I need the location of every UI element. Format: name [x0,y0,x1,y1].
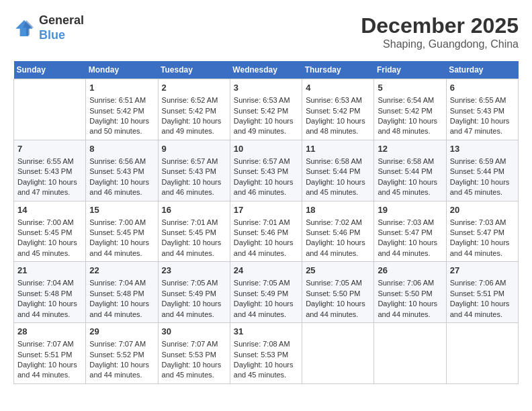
day-number: 24 [234,265,298,277]
header-day: Sunday [14,61,86,79]
calendar-week-row: 28Sunrise: 7:07 AMSunset: 5:51 PMDayligh… [14,323,519,384]
calendar-cell [14,79,86,140]
day-number: 29 [89,326,154,338]
calendar-cell: 23Sunrise: 7:05 AMSunset: 5:49 PMDayligh… [158,262,230,323]
calendar-cell: 18Sunrise: 7:02 AMSunset: 5:46 PMDayligh… [302,201,374,262]
header-day: Wednesday [230,61,302,79]
calendar-week-row: 1Sunrise: 6:51 AMSunset: 5:42 PMDaylight… [14,79,519,140]
day-number: 12 [378,143,442,155]
calendar-cell: 20Sunrise: 7:03 AMSunset: 5:47 PMDayligh… [446,201,518,262]
calendar-cell: 4Sunrise: 6:53 AMSunset: 5:42 PMDaylight… [302,79,374,140]
day-number: 13 [450,143,515,155]
calendar-table: SundayMondayTuesdayWednesdayThursdayFrid… [13,61,519,384]
calendar-body: 1Sunrise: 6:51 AMSunset: 5:42 PMDaylight… [14,79,519,384]
calendar-cell: 27Sunrise: 7:06 AMSunset: 5:51 PMDayligh… [446,262,518,323]
calendar-cell: 13Sunrise: 6:59 AMSunset: 5:44 PMDayligh… [446,140,518,201]
calendar-cell: 5Sunrise: 6:54 AMSunset: 5:42 PMDaylight… [374,79,446,140]
calendar-cell: 16Sunrise: 7:01 AMSunset: 5:45 PMDayligh… [158,201,230,262]
calendar-cell: 17Sunrise: 7:01 AMSunset: 5:46 PMDayligh… [230,201,302,262]
day-number: 5 [378,82,442,94]
day-number: 28 [17,326,82,338]
calendar-cell: 14Sunrise: 7:00 AMSunset: 5:45 PMDayligh… [14,201,86,262]
calendar-week-row: 7Sunrise: 6:55 AMSunset: 5:43 PMDaylight… [14,140,519,201]
logo-icon [13,19,35,38]
calendar-cell: 7Sunrise: 6:55 AMSunset: 5:43 PMDaylight… [14,140,86,201]
calendar-header: SundayMondayTuesdayWednesdayThursdayFrid… [14,61,519,79]
day-number: 17 [234,204,298,216]
calendar-cell: 28Sunrise: 7:07 AMSunset: 5:51 PMDayligh… [14,323,86,384]
day-number: 31 [234,326,298,338]
logo-text: General Blue [39,13,84,42]
day-number: 7 [17,143,82,155]
calendar-cell: 3Sunrise: 6:53 AMSunset: 5:42 PMDaylight… [230,79,302,140]
day-number: 10 [234,143,298,155]
calendar-cell: 19Sunrise: 7:03 AMSunset: 5:47 PMDayligh… [374,201,446,262]
calendar-cell [374,323,446,384]
day-number: 1 [89,82,154,94]
header-day: Friday [374,61,446,79]
calendar-cell: 31Sunrise: 7:08 AMSunset: 5:53 PMDayligh… [230,323,302,384]
day-number: 2 [162,82,226,94]
header-day: Thursday [302,61,374,79]
day-number: 21 [17,265,82,277]
header-day: Saturday [446,61,518,79]
day-number: 8 [89,143,154,155]
day-number: 14 [17,204,82,216]
header-day: Tuesday [158,61,230,79]
day-number: 23 [162,265,226,277]
calendar-cell: 26Sunrise: 7:06 AMSunset: 5:50 PMDayligh… [374,262,446,323]
calendar-cell: 9Sunrise: 6:57 AMSunset: 5:43 PMDaylight… [158,140,230,201]
calendar-cell: 1Sunrise: 6:51 AMSunset: 5:42 PMDaylight… [86,79,158,140]
day-number: 11 [306,143,370,155]
calendar-cell: 24Sunrise: 7:05 AMSunset: 5:49 PMDayligh… [230,262,302,323]
calendar-cell: 22Sunrise: 7:04 AMSunset: 5:48 PMDayligh… [86,262,158,323]
calendar-cell: 25Sunrise: 7:05 AMSunset: 5:50 PMDayligh… [302,262,374,323]
calendar-cell [446,323,518,384]
svg-marker-0 [15,20,33,36]
calendar-cell [302,323,374,384]
day-number: 19 [378,204,442,216]
calendar-cell: 8Sunrise: 6:56 AMSunset: 5:43 PMDaylight… [86,140,158,201]
day-number: 20 [450,204,515,216]
calendar-cell: 6Sunrise: 6:55 AMSunset: 5:43 PMDaylight… [446,79,518,140]
calendar-cell: 11Sunrise: 6:58 AMSunset: 5:44 PMDayligh… [302,140,374,201]
calendar-cell: 29Sunrise: 7:07 AMSunset: 5:52 PMDayligh… [86,323,158,384]
day-number: 30 [162,326,226,338]
day-number: 25 [306,265,370,277]
title-block: December 2025 Shaping, Guangdong, China [361,13,519,50]
day-number: 22 [89,265,154,277]
header-day: Monday [86,61,158,79]
day-number: 9 [162,143,226,155]
day-number: 15 [89,204,154,216]
calendar-cell: 21Sunrise: 7:04 AMSunset: 5:48 PMDayligh… [14,262,86,323]
day-number: 6 [450,82,515,94]
day-number: 16 [162,204,226,216]
calendar-cell: 15Sunrise: 7:00 AMSunset: 5:45 PMDayligh… [86,201,158,262]
calendar-week-row: 14Sunrise: 7:00 AMSunset: 5:45 PMDayligh… [14,201,519,262]
calendar-cell: 2Sunrise: 6:52 AMSunset: 5:42 PMDaylight… [158,79,230,140]
logo: General Blue [13,13,84,42]
day-number: 27 [450,265,515,277]
calendar-week-row: 21Sunrise: 7:04 AMSunset: 5:48 PMDayligh… [14,262,519,323]
calendar-cell: 10Sunrise: 6:57 AMSunset: 5:43 PMDayligh… [230,140,302,201]
calendar-cell: 30Sunrise: 7:07 AMSunset: 5:53 PMDayligh… [158,323,230,384]
day-number: 26 [378,265,442,277]
day-number: 4 [306,82,370,94]
header-row: SundayMondayTuesdayWednesdayThursdayFrid… [14,61,519,79]
location-subtitle: Shaping, Guangdong, China [361,38,519,50]
calendar-cell: 12Sunrise: 6:58 AMSunset: 5:44 PMDayligh… [374,140,446,201]
page-header: General Blue December 2025 Shaping, Guan… [13,13,519,50]
day-number: 18 [306,204,370,216]
month-title: December 2025 [361,13,519,38]
day-number: 3 [234,82,298,94]
